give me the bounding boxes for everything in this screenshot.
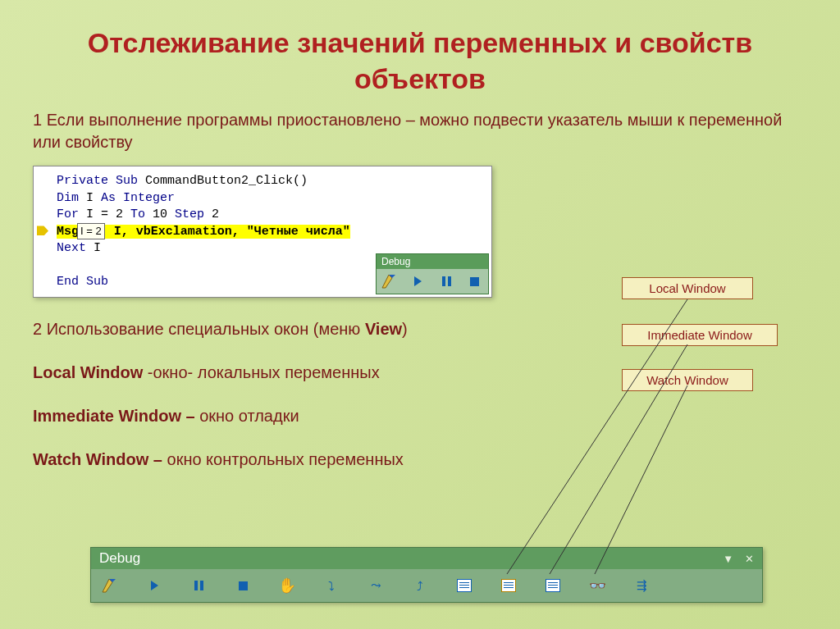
debug-toolbar: Debug ▼ ✕ ✋ ⤵ ⤳ ⤴ 👓 ⇶ <box>90 547 763 603</box>
pause-icon[interactable] <box>436 271 457 291</box>
watch-window-label: Watch Window <box>622 369 753 391</box>
variable-tooltip: I = 2 <box>77 223 105 239</box>
play-icon[interactable] <box>409 271 429 291</box>
mini-debug-title: Debug <box>377 254 488 269</box>
run-button[interactable] <box>144 576 165 595</box>
code-text: I = 2 <box>86 207 130 221</box>
quick-watch-button[interactable]: 👓 <box>587 576 608 595</box>
code-kw: Next <box>57 241 94 255</box>
immediate-window-label: Immediate Window <box>622 324 778 346</box>
watch-window-desc: Watch Window – окно контрольных переменн… <box>0 444 840 475</box>
code-text: 10 <box>153 207 175 221</box>
break-button[interactable] <box>188 576 209 595</box>
code-text: 2 <box>212 207 219 221</box>
mini-debug-toolbar: Debug <box>376 253 489 294</box>
toggle-breakpoint-button[interactable]: ✋ <box>276 576 298 595</box>
toolbar-close-icon[interactable]: ✕ <box>745 553 754 565</box>
code-kw: End Sub <box>57 275 108 289</box>
code-text: I, vbExclamation, "Четные числа" <box>107 225 350 239</box>
code-kw: Dim <box>57 191 86 205</box>
code-text: Msg <box>57 225 79 239</box>
design-mode-icon[interactable] <box>380 271 400 291</box>
code-text: CommandButton2_Click() <box>138 174 308 188</box>
call-stack-button[interactable]: ⇶ <box>631 576 652 595</box>
design-mode-button[interactable] <box>99 576 121 595</box>
watch-window-button[interactable] <box>542 576 564 595</box>
locals-window-button[interactable] <box>454 576 475 595</box>
code-kw: Step <box>175 207 212 221</box>
step-over-button[interactable]: ⤳ <box>365 576 386 595</box>
point-1-text: 1 Если выполнение программы приостановле… <box>0 105 840 157</box>
debug-toolbar-title: Debug ▼ ✕ <box>91 548 762 569</box>
svg-marker-2 <box>103 579 112 592</box>
immediate-window-button[interactable] <box>498 576 519 595</box>
code-text: I <box>86 191 101 205</box>
svg-marker-0 <box>382 275 392 288</box>
reset-button[interactable] <box>232 576 253 595</box>
step-into-button[interactable]: ⤵ <box>321 576 342 595</box>
toolbar-options-icon[interactable]: ▼ <box>723 553 733 565</box>
code-text: I <box>94 241 101 255</box>
execution-pointer-icon <box>37 226 48 235</box>
code-kw: For <box>57 207 86 221</box>
debug-toolbar-label: Debug <box>99 550 140 567</box>
code-kw: As Integer <box>101 191 175 205</box>
code-window: Private Sub CommandButton2_Click() Dim I… <box>33 166 492 298</box>
slide-title: Отслеживание значений переменных и свойс… <box>0 0 840 105</box>
immediate-window-desc: Immediate Window – окно отладки <box>0 401 840 431</box>
stop-icon[interactable] <box>465 271 486 291</box>
code-kw: Private Sub <box>57 174 138 188</box>
step-out-button[interactable]: ⤴ <box>409 576 431 595</box>
highlighted-line: MsgI = 2 I, vbExclamation, "Четные числа… <box>57 225 350 239</box>
code-kw: To <box>130 207 153 221</box>
local-window-label: Local Window <box>622 277 753 299</box>
